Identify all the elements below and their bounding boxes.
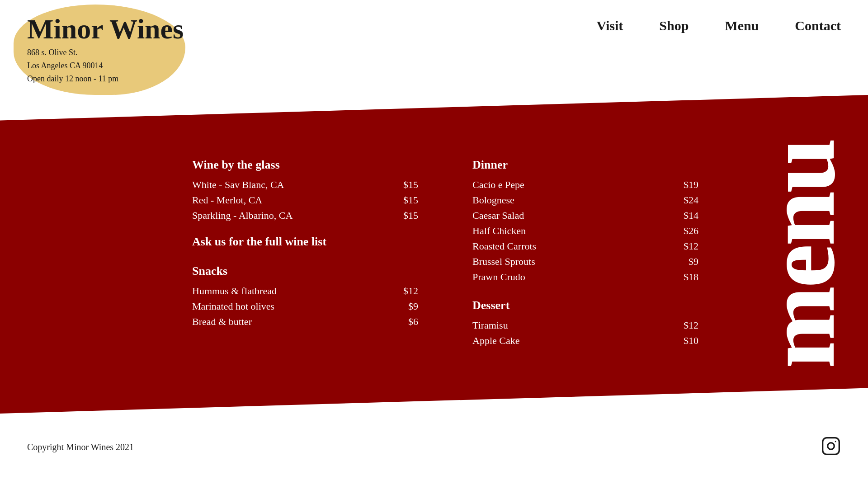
dinner-section: Dinner Cacio e Pepe $19 Bolognese $24 Ca… xyxy=(472,158,698,283)
dinner-item-3-price: $14 xyxy=(671,210,698,221)
dinner-item-1-price: $19 xyxy=(671,179,698,191)
dinner-item-6-name: Brussel Sprouts xyxy=(472,256,535,268)
nav-menu[interactable]: Menu xyxy=(725,18,759,33)
snack-item-1-price: $12 xyxy=(391,285,418,297)
wine-section-title: Wine by the glass xyxy=(192,158,418,172)
svg-rect-0 xyxy=(823,438,840,455)
dessert-item-2: Apple Cake $10 xyxy=(472,335,698,347)
instagram-icon[interactable] xyxy=(821,436,841,458)
dinner-item-5-price: $12 xyxy=(671,240,698,252)
svg-point-1 xyxy=(828,443,835,450)
wine-item-2-name: Red - Merlot, CA xyxy=(192,194,262,206)
dessert-item-2-name: Apple Cake xyxy=(472,335,519,347)
snack-item-2: Marinated hot olives $9 xyxy=(192,301,418,312)
dinner-item-6: Brussel Sprouts $9 xyxy=(472,256,698,268)
wine-item-2: Red - Merlot, CA $15 xyxy=(192,194,418,206)
wine-item-1: White - Sav Blanc, CA $15 xyxy=(192,179,418,191)
dinner-item-7: Prawn Crudo $18 xyxy=(472,271,698,283)
site-title: Minor Wines xyxy=(27,14,184,44)
wine-item-2-price: $15 xyxy=(391,194,418,206)
dessert-item-1: Tiramisu $12 xyxy=(472,320,698,331)
dessert-item-1-price: $12 xyxy=(671,320,698,331)
footer-copyright: Copyright Minor Wines 2021 xyxy=(27,442,134,452)
dinner-item-7-name: Prawn Crudo xyxy=(472,271,525,283)
dessert-item-2-price: $10 xyxy=(671,335,698,347)
right-menu-column: Dinner Cacio e Pepe $19 Bolognese $24 Ca… xyxy=(472,158,698,350)
wine-item-3-name: Sparkling - Albarino, CA xyxy=(192,210,292,221)
dessert-section: Dessert Tiramisu $12 Apple Cake $10 xyxy=(472,299,698,347)
menu-section: Wine by the glass White - Sav Blanc, CA … xyxy=(0,95,868,414)
dinner-item-2: Bolognese $24 xyxy=(472,194,698,206)
dinner-item-4: Half Chicken $26 xyxy=(472,225,698,237)
dinner-item-6-price: $9 xyxy=(671,256,698,268)
dessert-item-1-name: Tiramisu xyxy=(472,320,508,331)
main-nav: Visit Shop Menu Contact xyxy=(596,14,841,33)
dinner-item-2-name: Bolognese xyxy=(472,194,514,206)
dinner-item-1: Cacio e Pepe $19 xyxy=(472,179,698,191)
nav-shop[interactable]: Shop xyxy=(659,18,689,33)
snack-item-3: Bread & butter $6 xyxy=(192,316,418,328)
nav-visit[interactable]: Visit xyxy=(596,18,623,33)
snack-item-3-name: Bread & butter xyxy=(192,316,252,328)
snacks-section: Snacks Hummus & flatbread $12 Marinated … xyxy=(192,264,418,328)
dinner-item-7-price: $18 xyxy=(671,271,698,283)
address-line2: Los Angeles CA 90014 xyxy=(27,59,184,72)
menu-watermark: menu xyxy=(750,140,850,369)
dessert-section-title: Dessert xyxy=(472,299,698,312)
snacks-section-title: Snacks xyxy=(192,264,418,278)
nav-contact[interactable]: Contact xyxy=(795,18,841,33)
dinner-item-4-name: Half Chicken xyxy=(472,225,526,237)
snack-item-1-name: Hummus & flatbread xyxy=(192,285,277,297)
wine-item-3-price: $15 xyxy=(391,210,418,221)
address-line1: 868 s. Olive St. xyxy=(27,46,184,59)
snack-item-1: Hummus & flatbread $12 xyxy=(192,285,418,297)
dinner-item-5-name: Roasted Carrots xyxy=(472,240,536,252)
svg-point-2 xyxy=(835,441,836,442)
snack-item-2-price: $9 xyxy=(391,301,418,312)
wine-note: Ask us for the full wine list xyxy=(192,235,418,249)
wine-section: Wine by the glass White - Sav Blanc, CA … xyxy=(192,158,418,249)
hours: Open daily 12 noon - 11 pm xyxy=(27,72,184,85)
logo-area: Minor Wines 868 s. Olive St. Los Angeles… xyxy=(27,14,184,85)
footer: Copyright Minor Wines 2021 xyxy=(0,423,868,471)
dinner-item-3: Caesar Salad $14 xyxy=(472,210,698,221)
snack-item-3-price: $6 xyxy=(391,316,418,328)
wine-item-1-name: White - Sav Blanc, CA xyxy=(192,179,284,191)
dinner-item-4-price: $26 xyxy=(671,225,698,237)
left-menu-column: Wine by the glass White - Sav Blanc, CA … xyxy=(192,158,418,350)
menu-content: Wine by the glass White - Sav Blanc, CA … xyxy=(0,131,868,377)
dinner-item-2-price: $24 xyxy=(671,194,698,206)
dinner-item-1-name: Cacio e Pepe xyxy=(472,179,524,191)
menu-watermark-container: menu xyxy=(732,131,868,377)
wine-item-3: Sparkling - Albarino, CA $15 xyxy=(192,210,418,221)
dinner-item-3-name: Caesar Salad xyxy=(472,210,524,221)
snack-item-2-name: Marinated hot olives xyxy=(192,301,274,312)
header: Minor Wines 868 s. Olive St. Los Angeles… xyxy=(0,0,868,99)
wine-item-1-price: $15 xyxy=(391,179,418,191)
dinner-section-title: Dinner xyxy=(472,158,698,172)
address: 868 s. Olive St. Los Angeles CA 90014 Op… xyxy=(27,46,184,85)
dinner-item-5: Roasted Carrots $12 xyxy=(472,240,698,252)
